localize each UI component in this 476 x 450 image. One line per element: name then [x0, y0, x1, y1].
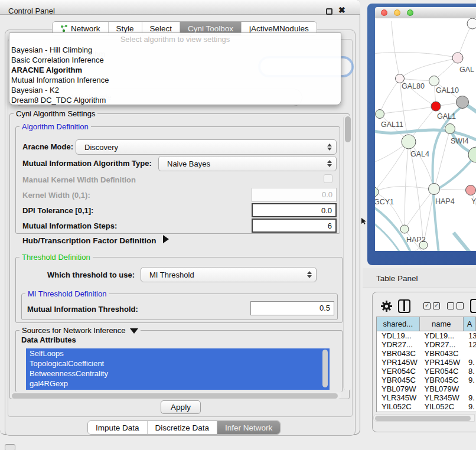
attribute-list-item[interactable]: BetweennessCentrality [26, 369, 330, 379]
unchecked-checkbox-icon[interactable] [457, 302, 464, 309]
table-row[interactable]: YBR043CYBR043C [377, 349, 476, 358]
network-node-hap4[interactable] [429, 184, 440, 195]
collapsed-panel-button[interactable] [5, 444, 15, 450]
kernel-width-input[interactable]: 0.0 [252, 188, 337, 202]
mi-threshold-input[interactable]: 0.5 [250, 301, 334, 315]
partial-toolbar-icon[interactable] [470, 299, 476, 313]
data-attributes-list[interactable]: SelfLoopsTopologicalCoefficientBetweenne… [26, 348, 330, 390]
mi-steps-label: Mutual Information Steps: [22, 221, 117, 230]
table-cell: YER054C [377, 367, 420, 376]
table-row[interactable]: YDL19...YDL19...13 [377, 331, 476, 340]
algorithm-definition-title: Algorithm Definition [19, 122, 91, 131]
table-cell: YPR145W [377, 358, 420, 367]
network-node-gal1[interactable] [431, 102, 441, 111]
table-cell: YBL079W [420, 384, 464, 393]
dropdown-item[interactable]: Dream8 DC_TDC Algorithm [9, 95, 341, 105]
close-traffic-light-icon[interactable] [381, 9, 387, 16]
hub-section-label: Hub/Transcription Factor Definition [22, 236, 157, 245]
table-cell: YDL19... [420, 331, 464, 340]
cyni-settings-title: Cyni Algorithm Settings [14, 109, 97, 118]
threshold-definition-title: Threshold Definition [19, 253, 93, 262]
dropdown-item[interactable]: Bayesian - K2 [9, 85, 341, 95]
attribute-list-item[interactable]: gal4RGexp [26, 379, 330, 389]
apply-button[interactable]: Apply [161, 400, 201, 414]
column-header-A[interactable]: A [464, 317, 476, 331]
table-cell: YER054C [420, 367, 464, 376]
tab-discretize-data[interactable]: Discretize Data [148, 421, 218, 434]
network-node-swi4[interactable] [445, 124, 455, 134]
mi-threshold-label: Mutual Information Threshold: [27, 305, 138, 314]
table-cell: YDL19... [377, 331, 420, 340]
dropdown-item[interactable]: Mutual Information Inference [9, 75, 341, 85]
column-header-shared...[interactable]: shared... [377, 317, 420, 331]
node-table[interactable]: shared...nameA YDL19...YDL19...13YDR27..… [376, 317, 476, 412]
network-canvas[interactable]: GALGAL80GAL10GAL1GAL11SWI4GAL4GCY1HAP4YH… [375, 18, 476, 251]
settings-horizontal-scrollbar[interactable] [11, 392, 341, 399]
zoom-traffic-light-icon[interactable] [407, 9, 413, 16]
checked-checkbox-icon[interactable]: ✓ [423, 302, 431, 309]
table-cell: 9. [464, 376, 476, 384]
node-label: GAL4 [410, 150, 429, 158]
mi-steps-input[interactable]: 6 [252, 219, 337, 233]
network-node-gal4[interactable] [402, 135, 416, 149]
network-node[interactable] [468, 147, 476, 162]
table-cell: YIL052C [420, 402, 464, 411]
mi-type-label: Mutual Information Algorithm Type: [22, 159, 152, 168]
split-columns-icon[interactable] [398, 299, 410, 313]
network-node-y[interactable] [466, 185, 476, 195]
table-cell: YIL052C [377, 402, 420, 411]
mi-type-select[interactable]: Naive Bayes [158, 156, 337, 171]
settings-vertical-scrollbar[interactable] [343, 115, 351, 390]
network-node-gcy1[interactable] [375, 187, 379, 197]
table-row[interactable]: YER054CYER054C8. [377, 367, 476, 376]
table-cell: YBR043C [377, 349, 420, 358]
tab-impute-data[interactable]: Impute Data [88, 421, 148, 434]
control-panel-title: Control Panel [8, 6, 55, 15]
node-label: GAL80 [402, 82, 425, 90]
column-header-name[interactable]: name [420, 317, 464, 331]
network-node-gal[interactable] [452, 53, 463, 63]
dropdown-item[interactable]: Basic Correlation Inference [9, 55, 341, 65]
table-header-row: shared...nameA [377, 317, 476, 331]
checked-checkbox-icon[interactable]: ✓ [433, 302, 440, 309]
float-window-icon[interactable] [326, 8, 332, 15]
table-row[interactable]: YBL079WYBL079W [377, 384, 476, 393]
network-node[interactable] [467, 18, 476, 29]
table-cell: YBL079W [377, 384, 420, 393]
dropdown-placeholder: Select algorithm to view settings [9, 33, 341, 45]
stepper-arrows-icon [305, 271, 316, 278]
data-attributes-label: Data Attributes [21, 335, 76, 344]
dpi-tolerance-input[interactable]: 0.0 [252, 203, 337, 217]
which-threshold-select[interactable]: MI Threshold [141, 267, 317, 282]
table-row[interactable]: YIL052CYIL052C9. [377, 402, 476, 411]
table-row[interactable]: YLR345WYLR345W9. [377, 393, 476, 402]
table-row[interactable]: YBR045CYBR045C9. [377, 376, 476, 384]
table-cell: 12 [464, 340, 476, 349]
network-node-gal11[interactable] [376, 110, 384, 119]
close-icon[interactable]: ✖ [338, 5, 345, 15]
network-window-titlebar[interactable] [375, 7, 476, 18]
table-row[interactable]: YPR145WYPR145W9. [377, 358, 476, 367]
attribute-list-item[interactable]: TopologicalCoefficient [26, 358, 330, 369]
network-node-gal10[interactable] [429, 76, 439, 86]
gear-icon[interactable] [380, 300, 393, 312]
network-graph: GALGAL80GAL10GAL1GAL11SWI4GAL4GCY1HAP4YH… [375, 18, 476, 251]
collapse-arrow-icon[interactable] [130, 328, 138, 334]
network-node-hap2[interactable] [400, 225, 409, 233]
aracne-mode-value: Discovery [76, 143, 325, 152]
attribute-list-item[interactable]: SelfLoops [26, 348, 330, 358]
tab-infer-network[interactable]: Infer Network [217, 421, 280, 434]
manual-kernel-label: Manual Kernel Width Definition [22, 175, 136, 184]
table-row[interactable]: YDR27...YDR27...12 [377, 340, 476, 349]
expand-arrow-icon[interactable] [163, 235, 169, 243]
attributes-list-scrollbar[interactable] [322, 350, 328, 389]
table-horizontal-scrollbar[interactable] [373, 414, 475, 422]
table-cell: YPR145W [420, 358, 464, 367]
aracne-mode-select[interactable]: Discovery [76, 139, 337, 155]
unchecked-checkbox-icon[interactable] [447, 302, 454, 309]
dropdown-item[interactable]: ARACNE Algorithm [9, 65, 341, 75]
dropdown-item[interactable]: Bayesian - Hill Climbing [9, 45, 341, 55]
network-node[interactable] [457, 96, 469, 109]
minimize-traffic-light-icon[interactable] [394, 9, 400, 16]
manual-kernel-checkbox[interactable] [324, 174, 332, 183]
